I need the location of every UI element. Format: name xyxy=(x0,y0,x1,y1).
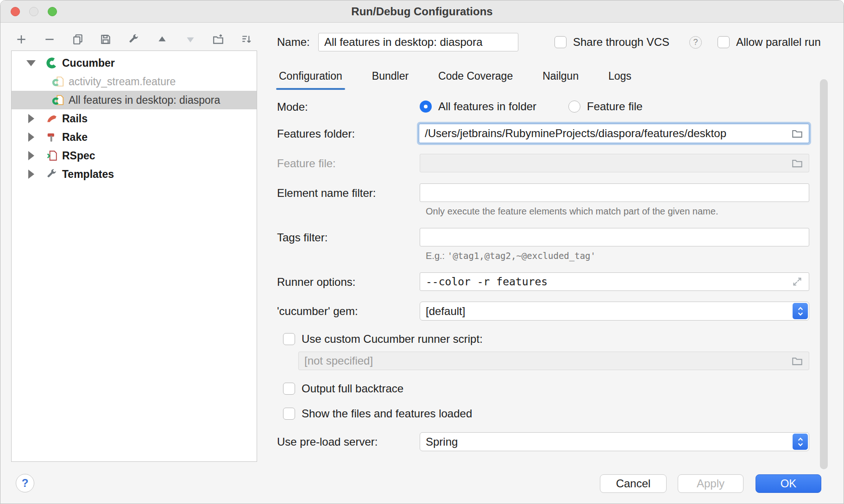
share-vcs-option[interactable]: Share through VCS xyxy=(554,36,669,49)
tab-bundler[interactable]: Bundler xyxy=(370,69,410,90)
preload-server-label: Use pre-load server: xyxy=(277,435,378,449)
radio-unselected-icon[interactable] xyxy=(568,101,580,113)
remove-icon[interactable] xyxy=(43,32,57,46)
preload-server-select[interactable]: Spring xyxy=(420,432,809,451)
tree-item-rake[interactable]: Rake xyxy=(12,128,257,146)
feature-file-input xyxy=(420,154,809,172)
tree-item-rspec[interactable]: RSpec xyxy=(12,146,257,165)
runner-options-label: Runner options: xyxy=(277,275,355,289)
ok-button[interactable]: OK xyxy=(756,474,821,493)
feature-file-icon xyxy=(52,76,64,88)
show-files-option[interactable]: Show the files and features loaded xyxy=(283,407,472,420)
radio-selected-icon[interactable] xyxy=(420,101,432,113)
mode-feature-file-option[interactable]: Feature file xyxy=(568,100,642,113)
tree-item-label: Templates xyxy=(62,168,114,181)
custom-runner-option[interactable]: Use custom Cucumber runner script: xyxy=(283,333,483,346)
tab-logs[interactable]: Logs xyxy=(606,69,633,90)
tags-filter-hint-example: '@tag1,@tag2,~@excluded_tag' xyxy=(447,251,596,261)
edit-wrench-icon[interactable] xyxy=(127,32,141,46)
help-button[interactable]: ? xyxy=(16,474,34,492)
cucumber-gem-label: 'cucumber' gem: xyxy=(277,304,358,318)
share-vcs-label: Share through VCS xyxy=(573,36,669,49)
custom-runner-path-value: [not specified] xyxy=(304,354,791,367)
tree-item-label: activity_stream.feature xyxy=(69,76,176,88)
dropdown-stepper-icon[interactable] xyxy=(793,303,808,319)
cancel-button[interactable]: Cancel xyxy=(600,474,667,493)
mode-all-features-option[interactable]: All features in folder xyxy=(420,100,536,113)
tree-item-label: Rake xyxy=(62,131,88,144)
parallel-run-checkbox[interactable] xyxy=(718,36,730,48)
sort-icon[interactable] xyxy=(239,32,253,46)
features-folder-input[interactable]: /Users/jetbrains/RubymineProjects/diaspo… xyxy=(419,124,809,143)
cucumber-gem-value: [default] xyxy=(426,305,465,318)
mode-option-label: Feature file xyxy=(587,100,642,113)
tree-item-label: Cucumber xyxy=(62,57,115,69)
rspec-icon xyxy=(46,150,58,162)
share-vcs-help-icon[interactable]: ? xyxy=(689,36,702,49)
feature-file-icon xyxy=(52,94,64,106)
chevron-collapsed-icon[interactable] xyxy=(26,170,36,179)
tree-item-all-features-selected[interactable]: All features in desktop: diaspora xyxy=(12,91,257,109)
tab-nailgun[interactable]: Nailgun xyxy=(541,69,580,90)
output-backtrace-checkbox[interactable] xyxy=(283,383,295,395)
tab-configuration[interactable]: Configuration xyxy=(277,69,344,90)
name-label: Name: xyxy=(277,35,310,49)
output-backtrace-option[interactable]: Output full backtrace xyxy=(283,382,403,395)
tree-item-templates[interactable]: Templates xyxy=(12,165,257,183)
save-icon[interactable] xyxy=(99,32,113,46)
feature-file-label: Feature file: xyxy=(277,157,336,170)
apply-button[interactable]: Apply xyxy=(678,474,743,493)
configurations-tree: Cucumber activity_stream.feature All fea… xyxy=(11,50,257,462)
cucumber-gem-select[interactable]: [default] xyxy=(420,302,809,321)
tree-item-label: RSpec xyxy=(62,150,95,162)
mode-option-label: All features in folder xyxy=(438,100,536,113)
window-title: Run/Debug Configurations xyxy=(0,0,844,23)
vertical-scrollbar[interactable] xyxy=(820,79,828,469)
folder-browse-icon xyxy=(791,355,803,367)
cucumber-icon xyxy=(46,57,58,69)
tree-item-label: Rails xyxy=(62,113,88,125)
preload-server-value: Spring xyxy=(426,435,458,448)
share-vcs-checkbox[interactable] xyxy=(554,36,567,48)
custom-runner-checkbox[interactable] xyxy=(283,333,295,345)
name-input[interactable] xyxy=(318,33,518,51)
tree-item-activity-stream[interactable]: activity_stream.feature xyxy=(12,72,257,91)
show-files-label: Show the files and features loaded xyxy=(302,407,472,420)
chevron-collapsed-icon[interactable] xyxy=(26,114,36,123)
tags-filter-input[interactable] xyxy=(420,228,809,246)
move-up-icon[interactable] xyxy=(155,32,169,46)
chevron-collapsed-icon[interactable] xyxy=(26,151,36,160)
custom-runner-path-input: [not specified] xyxy=(298,352,809,370)
add-icon[interactable] xyxy=(14,32,28,46)
folder-browse-icon xyxy=(791,157,803,169)
templates-wrench-icon xyxy=(46,168,58,180)
custom-runner-label: Use custom Cucumber runner script: xyxy=(302,333,483,346)
tab-code-coverage[interactable]: Code Coverage xyxy=(436,69,515,90)
dropdown-stepper-icon[interactable] xyxy=(793,434,808,450)
settings-tabs: Configuration Bundler Code Coverage Nail… xyxy=(277,69,633,90)
folder-browse-icon[interactable] xyxy=(791,127,803,139)
element-filter-label: Element name filter: xyxy=(277,186,376,200)
element-filter-input[interactable] xyxy=(420,183,809,202)
tree-item-cucumber[interactable]: Cucumber xyxy=(12,54,257,72)
output-backtrace-label: Output full backtrace xyxy=(302,382,403,395)
mode-label: Mode: xyxy=(277,100,308,114)
expand-icon[interactable] xyxy=(791,276,803,288)
features-folder-value: /Users/jetbrains/RubymineProjects/diaspo… xyxy=(425,127,791,140)
tags-filter-label: Tags filter: xyxy=(277,231,328,245)
tags-filter-hint-prefix: E.g.: xyxy=(426,251,445,261)
copy-icon[interactable] xyxy=(71,32,85,46)
parallel-run-option[interactable]: Allow parallel run xyxy=(718,36,821,49)
runner-options-input[interactable]: --color -r features xyxy=(420,272,809,291)
element-filter-hint: Only execute the feature elements which … xyxy=(426,206,718,217)
move-down-icon[interactable] xyxy=(183,32,197,46)
show-files-checkbox[interactable] xyxy=(283,408,295,420)
tree-item-rails[interactable]: Rails xyxy=(12,109,257,128)
rake-icon xyxy=(46,131,58,143)
chevron-expanded-icon[interactable] xyxy=(26,60,36,66)
new-folder-icon[interactable] xyxy=(211,32,225,46)
features-folder-label: Features folder: xyxy=(277,127,355,141)
run-debug-configurations-dialog: Run/Debug Configurations Cucumber xyxy=(0,0,844,504)
chevron-collapsed-icon[interactable] xyxy=(26,132,36,142)
tags-filter-hint: E.g.: '@tag1,@tag2,~@excluded_tag' xyxy=(426,251,596,261)
